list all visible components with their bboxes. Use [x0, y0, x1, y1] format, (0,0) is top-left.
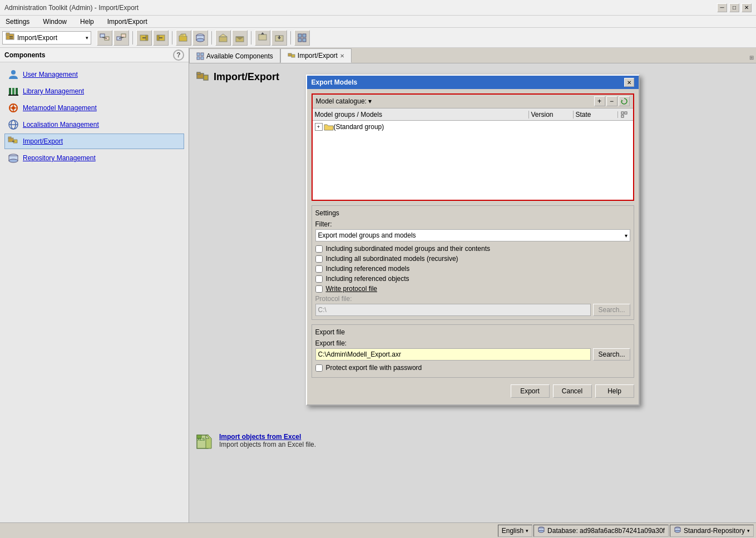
- settings-legend: Settings: [315, 209, 630, 217]
- library-icon: [7, 85, 19, 97]
- export-file-input[interactable]: [315, 348, 591, 361]
- svg-point-79: [675, 530, 680, 532]
- checkbox-sub-groups-input[interactable]: [315, 245, 323, 253]
- toolbar-box-open-btn[interactable]: [215, 30, 231, 46]
- checkbox-write-protocol-label[interactable]: Write protocol file: [326, 285, 377, 293]
- catalogue-refresh-btn[interactable]: [619, 96, 630, 106]
- svg-rect-4: [100, 34, 105, 37]
- toolbar-up-btn[interactable]: [255, 30, 270, 46]
- filter-select[interactable]: Export model groups and models ▾: [315, 229, 630, 241]
- catalogue-label[interactable]: Model catalogue: ▾: [316, 97, 372, 105]
- svg-point-35: [11, 70, 16, 75]
- protocol-search-button[interactable]: Search...: [593, 304, 630, 316]
- checkbox-write-protocol-input[interactable]: [315, 285, 323, 293]
- help-icon[interactable]: ?: [173, 50, 184, 61]
- catalogue-remove-btn[interactable]: −: [606, 96, 617, 106]
- toolbar-import-tree-btn[interactable]: [113, 30, 129, 46]
- maximize-button[interactable]: □: [729, 3, 739, 12]
- svg-marker-27: [261, 32, 264, 34]
- svg-rect-33: [298, 38, 302, 42]
- modal-close-button[interactable]: ✕: [624, 78, 634, 87]
- close-button[interactable]: ✕: [742, 3, 752, 12]
- table-row[interactable]: + (Standard group): [313, 121, 633, 133]
- help-button-label: Help: [607, 387, 621, 395]
- cancel-button[interactable]: Cancel: [553, 384, 592, 398]
- svg-rect-16: [179, 36, 187, 41]
- nav-item-repository-management[interactable]: Repository Management: [4, 150, 184, 166]
- toolbar-box-close-btn[interactable]: [232, 30, 248, 46]
- svg-point-41: [12, 106, 15, 110]
- language-dropdown[interactable]: English ▾: [502, 527, 528, 535]
- menu-bar: Settings Window Help Import/Export: [0, 16, 756, 28]
- minimize-button[interactable]: ─: [717, 3, 727, 12]
- status-language[interactable]: English ▾: [498, 525, 532, 537]
- col-expand-header: [617, 111, 631, 118]
- help-button[interactable]: Help: [595, 384, 634, 398]
- modal-title-bar: Export Models ✕: [307, 76, 639, 89]
- menu-window[interactable]: Window: [39, 17, 70, 27]
- catalogue-add-btn[interactable]: +: [594, 96, 605, 106]
- svg-point-20: [196, 38, 204, 42]
- row-label: (Standard group): [334, 123, 384, 131]
- tab-close-icon[interactable]: ✕: [340, 53, 344, 59]
- database-label: Database: ad98afa6ac8b74241a09a30f: [547, 527, 665, 535]
- toolbar-export-tree-btn[interactable]: [97, 30, 112, 46]
- protocol-file-input[interactable]: [315, 304, 591, 316]
- export-file-label: Export file:: [315, 339, 630, 347]
- checkbox-subordinated-groups: Including subordinated model groups and …: [315, 245, 630, 253]
- protocol-label: Protocol file:: [315, 295, 630, 303]
- nav-item-import-export[interactable]: Import/Export: [4, 134, 184, 149]
- checkbox-all-sub-input[interactable]: [315, 255, 323, 263]
- checkbox-ref-models-label: Including referenced models: [326, 265, 410, 273]
- nav-item-localisation-management[interactable]: Localisation Management: [4, 117, 184, 132]
- left-panel: Components ? User Management Library Man…: [0, 48, 189, 522]
- toolbar-import-pkg-btn[interactable]: [153, 30, 169, 46]
- toolbar-dropdown-icon: [5, 32, 15, 43]
- export-file-search-button[interactable]: Search...: [593, 348, 630, 361]
- row-content: + (Standard group): [315, 123, 631, 131]
- expand-icon[interactable]: +: [315, 123, 323, 131]
- tab-available-components[interactable]: Available Components: [189, 48, 280, 63]
- menu-import-export[interactable]: Import/Export: [104, 17, 151, 27]
- window-controls: ─ □ ✕: [717, 3, 752, 12]
- svg-rect-38: [16, 88, 18, 96]
- svg-rect-7: [121, 34, 126, 37]
- col-version-header: Version: [528, 111, 573, 119]
- menu-settings[interactable]: Settings: [2, 17, 33, 27]
- filter-select-arrow: ▾: [625, 233, 627, 239]
- catalogue-actions: + −: [594, 96, 630, 106]
- checkbox-protect-label: Protect export file with password: [326, 364, 422, 372]
- svg-marker-14: [157, 35, 159, 41]
- nav-item-library-management[interactable]: Library Management: [4, 83, 184, 99]
- checkbox-ref-models-input[interactable]: [315, 265, 323, 273]
- nav-metamodel-label: Metamodel Management: [23, 104, 97, 112]
- tab-components-icon: [196, 52, 204, 60]
- filter-select-value: Export model groups and models: [318, 231, 416, 239]
- toolbar-dropdown[interactable]: Import/Export ▾: [2, 31, 91, 45]
- status-repository[interactable]: Standard-Repository ▾: [670, 525, 754, 537]
- toolbar-down-btn[interactable]: [271, 30, 287, 46]
- checkbox-all-sub-label: Including all subordinated models (recur…: [326, 255, 458, 263]
- checkbox-ref-objects-input[interactable]: [315, 275, 323, 283]
- export-button[interactable]: Export: [511, 384, 550, 398]
- nav-item-metamodel-management[interactable]: Metamodel Management: [4, 100, 184, 116]
- toolbar: Import/Export ▾: [0, 28, 756, 48]
- toolbar-export-pkg-btn[interactable]: [136, 30, 152, 46]
- nav-item-user-management[interactable]: User Management: [4, 67, 184, 82]
- toolbar-open-btn[interactable]: [176, 30, 191, 46]
- svg-rect-59: [201, 57, 204, 60]
- tab-expand-icon[interactable]: ⊞: [747, 52, 756, 63]
- menu-help[interactable]: Help: [77, 17, 97, 27]
- folder-icon: [324, 123, 334, 131]
- checkbox-protect-input[interactable]: [315, 364, 323, 372]
- modal-body: Model catalogue: ▾ + −: [307, 89, 639, 404]
- repository-dropdown[interactable]: Standard-Repository ▾: [684, 527, 750, 535]
- toolbar-db-btn[interactable]: [192, 30, 208, 46]
- svg-rect-37: [12, 88, 14, 96]
- svg-rect-68: [621, 115, 624, 117]
- toolbar-grid-btn[interactable]: [294, 30, 310, 46]
- status-database: Database: ad98afa6ac8b74241a09a30f: [533, 525, 669, 537]
- tab-import-export[interactable]: Import/Export ✕: [280, 48, 352, 63]
- catalogue-col-header: Model groups / Models Version State: [313, 108, 633, 121]
- toolbar-sep-3: [211, 31, 212, 45]
